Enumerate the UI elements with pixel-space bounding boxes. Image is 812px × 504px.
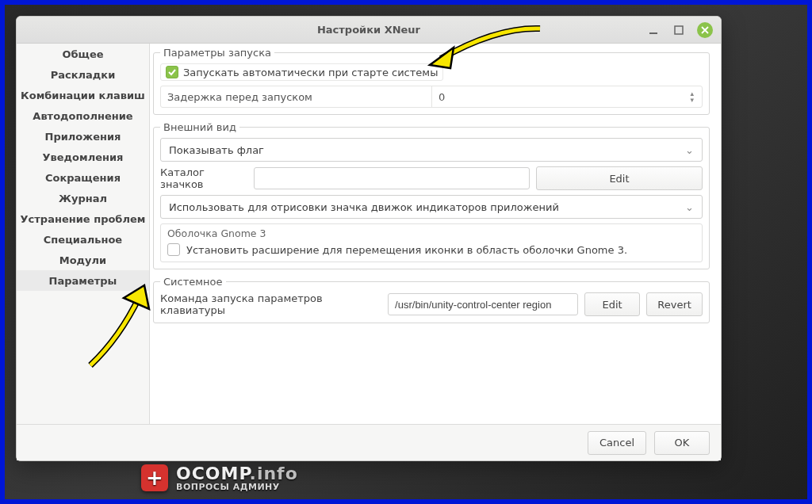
sidebar-item-layouts[interactable]: Раскладки: [17, 64, 149, 85]
sidebar-item-notifications[interactable]: Уведомления: [17, 147, 149, 167]
group-appearance: Внешний вид Показывать флаг ⌄ Каталог зн…: [153, 121, 710, 269]
keyboard-cmd-edit-button[interactable]: Edit: [584, 292, 640, 316]
icon-folder-edit-button[interactable]: Edit: [536, 166, 703, 190]
delay-spinbox[interactable]: 0 ▴ ▾: [431, 86, 702, 107]
sidebar-item-parameters[interactable]: Параметры: [17, 270, 149, 291]
autostart-label: Запускать автоматически при старте систе…: [183, 67, 438, 78]
content-pane: Параметры запуска Запускать автоматическ…: [150, 44, 721, 424]
window-title: Настройки XNeur: [17, 24, 721, 36]
icon-folder-input[interactable]: [254, 167, 530, 189]
gnome3-extension-checkbox[interactable]: [167, 243, 180, 256]
show-flag-select[interactable]: Показывать флаг ⌄: [160, 138, 703, 162]
keyboard-cmd-input[interactable]: [388, 293, 578, 315]
group-appearance-legend: Внешний вид: [160, 121, 239, 133]
sidebar-item-abbrev[interactable]: Сокращения: [17, 167, 149, 188]
spin-down-icon[interactable]: ▾: [690, 97, 694, 103]
dialog-footer: Cancel OK: [17, 424, 721, 460]
chevron-down-icon: ⌄: [685, 201, 694, 213]
watermark-tagline: ВОПРОСЫ АДМИНУ: [176, 483, 298, 491]
sidebar-item-modules[interactable]: Модули: [17, 250, 149, 270]
keyboard-cmd-label: Команда запуска параметров клавиатуры: [160, 292, 381, 316]
icon-folder-label: Каталог значков: [160, 166, 247, 190]
group-system-legend: Системное: [160, 276, 226, 288]
sidebar-item-apps[interactable]: Приложения: [17, 126, 149, 147]
sidebar-item-log[interactable]: Журнал: [17, 188, 149, 208]
maximize-button[interactable]: [672, 23, 686, 37]
gnome3-extension-label: Установить расширение для перемещения ик…: [186, 244, 627, 256]
group-startup-legend: Параметры запуска: [160, 47, 274, 59]
cancel-button[interactable]: Cancel: [588, 431, 646, 455]
chevron-down-icon: ⌄: [685, 144, 694, 156]
group-system: Системное Команда запуска параметров кла…: [153, 276, 710, 323]
watermark: + OCOMP.info ВОПРОСЫ АДМИНУ: [141, 464, 298, 491]
ok-button[interactable]: OK: [654, 431, 710, 455]
titlebar[interactable]: Настройки XNeur: [17, 17, 721, 44]
subgroup-gnome3: Оболочка Gnome 3 Установить расширение д…: [160, 223, 703, 262]
sidebar-item-hotkeys[interactable]: Комбинации клавиш: [17, 85, 149, 105]
sidebar: Общее Раскладки Комбинации клавиш Автодо…: [17, 44, 150, 424]
plus-icon: +: [141, 464, 168, 491]
autostart-checkbox[interactable]: [166, 66, 178, 78]
keyboard-cmd-revert-button[interactable]: Revert: [646, 292, 703, 316]
watermark-tld: .info: [250, 464, 298, 483]
minimize-button[interactable]: [646, 23, 661, 37]
svg-rect-1: [675, 26, 683, 34]
sidebar-item-autocomplete[interactable]: Автодополнение: [17, 105, 149, 126]
gnome3-title: Оболочка Gnome 3: [167, 227, 695, 239]
settings-window: Настройки XNeur Общее Раскладки Комбинац…: [16, 16, 722, 461]
svg-rect-0: [649, 32, 657, 34]
sidebar-item-general[interactable]: Общее: [17, 44, 149, 64]
close-button[interactable]: [697, 22, 713, 38]
sidebar-item-troubleshoot[interactable]: Устранение проблем: [17, 208, 149, 229]
delay-label: Задержка перед запуском: [161, 91, 431, 103]
render-engine-select[interactable]: Использовать для отрисовки значка движок…: [160, 195, 703, 219]
sidebar-item-special[interactable]: Специальное: [17, 229, 149, 250]
group-startup: Параметры запуска Запускать автоматическ…: [153, 47, 710, 115]
watermark-brand: OCOMP: [176, 464, 250, 483]
